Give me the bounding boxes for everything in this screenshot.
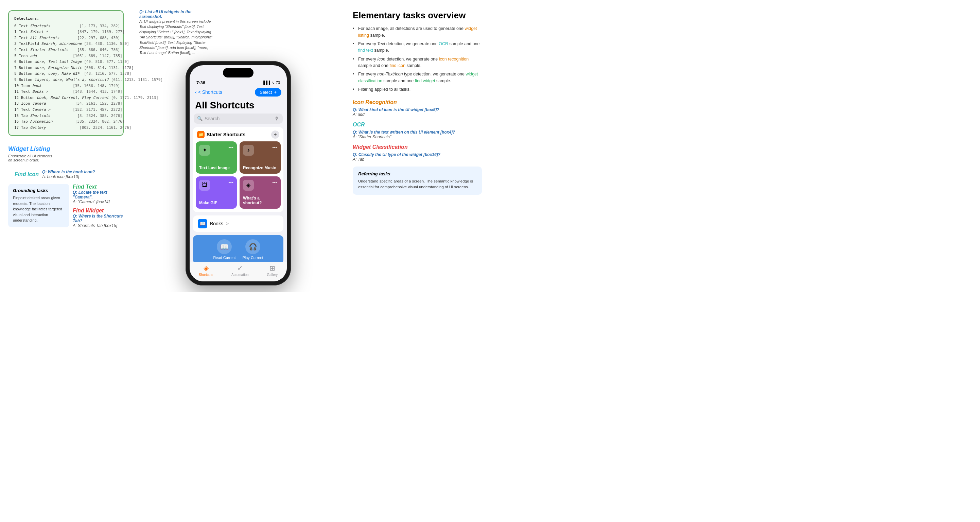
det-row-4: 4 Text Starter Shortcuts [35, 686, 646, … xyxy=(14,47,118,53)
rp-icons-row: 📖 Read Current 🎧 Play Current xyxy=(197,239,279,259)
find-text-question: Q: Locate the text "Camera". xyxy=(73,190,124,199)
bullet-1: For each image, all detections are used … xyxy=(353,25,482,39)
read-play-card[interactable]: 📖 Read Current 🎧 Play Current xyxy=(193,235,283,262)
det-row-3: 3 TextField Search, microphone [28, 430,… xyxy=(14,41,118,47)
back-label: < Shortcuts xyxy=(198,89,222,95)
back-chevron-icon: ‹ xyxy=(195,89,197,95)
left-column: Detections: 0 Text Shortcuts [1, 173, 33… xyxy=(8,7,124,228)
tab-gallery-label: Gallery xyxy=(267,273,278,277)
grounding-row: Grounding tasks Pinpoint desired areas g… xyxy=(8,184,124,228)
wl-question: Q: List all UI widgets in the screenshot… xyxy=(139,10,214,19)
det-row-9: 9 Button layers, more, What's a, shortcu… xyxy=(14,77,118,83)
det-row-5: 5 Icon add [1051, 689, 1147, 785] xyxy=(14,53,118,59)
tab-shortcuts[interactable]: ◈ Shortcuts xyxy=(199,264,213,277)
sc-dots-1: ••• xyxy=(272,145,277,150)
find-icon-question: Q: Where is the book icon? xyxy=(42,170,124,174)
ocr-qa: Q: What is the text written on this UI e… xyxy=(353,130,482,139)
widget-listing-section: Widget Listing Enumerate all UI elements… xyxy=(8,145,124,162)
referring-title: Referring tasks xyxy=(358,171,476,177)
grounding-box: Grounding tasks Pinpoint desired areas g… xyxy=(8,184,69,228)
det-row-13: 13 Icon camera [34, 2161, 152, 2278] xyxy=(14,100,118,107)
sc-label-1: Recognize Music xyxy=(243,166,277,170)
ocr-answer: A: "Starter Shortcuts" xyxy=(353,135,482,139)
shortcut-card-whats-shortcut[interactable]: ◈ ••• What's a shortcut? xyxy=(240,177,281,208)
bullet-5: Filtering applied to all tasks. xyxy=(353,86,482,93)
icon-recognition-qa: Q: What kind of icon is the UI widget [b… xyxy=(353,107,482,117)
status-bar: 7:36 ▐▐▐ ∿ 73 xyxy=(189,78,287,87)
find-icon-label: Find Icon xyxy=(14,171,39,177)
icon-recognition-answer: A: add xyxy=(353,112,482,117)
add-icon: + xyxy=(274,132,277,138)
shortcut-card-text-last-image[interactable]: ✦ ••• Text Last Image xyxy=(196,142,237,173)
det-row-17: 17 Tab Gallery [802, 2324, 1161, 2476] xyxy=(14,125,118,131)
shortcut-card-recognize-music[interactable]: ♪ ••• Recognize Music xyxy=(240,142,281,173)
detections-title: Detections: xyxy=(14,16,118,22)
det-row-10: 10 Icon book [35, 1636, 148, 1749] xyxy=(14,83,118,89)
det-row-8: 8 Button more, copy, Make GIF [48, 1216,… xyxy=(14,71,118,77)
play-icon: 🎧 xyxy=(245,239,260,254)
section-add-button[interactable]: + xyxy=(271,130,279,138)
find-icon-row: Find Icon Q: Where is the book icon? A: … xyxy=(8,170,124,179)
book-icon: 📖 xyxy=(198,219,207,228)
find-widget-answer: A: Shortcuts Tab [box15] xyxy=(73,223,124,228)
find-widget-label: Find Widget xyxy=(73,208,124,214)
tab-gallery[interactable]: ⊞ Gallery xyxy=(267,264,278,277)
find-text-answer: A: "Camera" [box14] xyxy=(73,199,124,204)
det-row-14: 14 Text Camera > [152, 2171, 457, 2272] xyxy=(14,107,118,113)
sc-top-0: ✦ ••• xyxy=(199,145,234,156)
ocr-title: OCR xyxy=(353,122,482,128)
read-icon: 📖 xyxy=(217,239,232,254)
bullet-2: For every Text detection, we generate on… xyxy=(353,41,482,54)
signal-icon: ▐▐▐ xyxy=(262,81,270,84)
play-current-label: Play Current xyxy=(242,256,263,259)
automation-tab-icon: ✓ xyxy=(237,264,243,272)
grounding-title: Grounding tasks xyxy=(13,188,65,193)
wl-qa-block: Q: List all UI widgets in the screenshot… xyxy=(136,7,340,59)
bullet-4: For every non-Text/Icon type detection, … xyxy=(353,71,482,84)
det-row-12: 12 Button book, Read Current, Play Curre… xyxy=(14,95,118,101)
widget-classification-question: Q: Classify the UI type of the widget [b… xyxy=(353,152,482,157)
microphone-icon: 🎙 xyxy=(275,116,279,121)
section-header: 📁 Starter Shortcuts + xyxy=(193,127,283,142)
link-find-icon: find icon xyxy=(390,63,406,68)
battery-icon: 73 xyxy=(276,81,280,84)
tab-shortcuts-label: Shortcuts xyxy=(199,273,213,277)
sc-label-2: Make GIF xyxy=(199,201,234,205)
nav-back-button[interactable]: ‹ < Shortcuts xyxy=(195,89,222,95)
read-current-label: Read Current xyxy=(213,256,235,259)
det-row-16: 16 Tab Automation [385, 2324, 802, 2476] xyxy=(14,119,118,125)
icon-recognition-title: Icon Recognition xyxy=(353,99,482,105)
wl-answer: A: UI widgets present in this screen inc… xyxy=(139,19,214,56)
sc-dots-0: ••• xyxy=(228,145,234,150)
icon-recognition-question: Q: What kind of icon is the UI widget [b… xyxy=(353,107,482,112)
sc-icon-2: 🖼 xyxy=(199,180,210,191)
center-column: Q: List all UI widgets in the screenshot… xyxy=(129,7,347,285)
sc-top-2: 🖼 ••• xyxy=(199,180,234,191)
right-panel-title: Elementary tasks overview xyxy=(353,10,482,21)
det-row-1: 1 Text Select + [847, 179, 1139, 277] xyxy=(14,29,118,35)
find-widget-question: Q: Where is the Shortcuts Tab? xyxy=(73,214,124,223)
section-title-group: 📁 Starter Shortcuts xyxy=(197,131,245,138)
page-title: All Shortcuts xyxy=(195,100,282,111)
shortcut-card-make-gif[interactable]: 🖼 ••• Make GIF xyxy=(196,177,237,208)
det-row-0: 0 Text Shortcuts [1, 173, 334, 282] xyxy=(14,23,118,29)
tab-automation[interactable]: ✓ Automation xyxy=(231,264,249,277)
detections-panel: Detections: 0 Text Shortcuts [1, 173, 33… xyxy=(8,10,124,136)
select-button[interactable]: Select + xyxy=(255,88,282,97)
books-row[interactable]: 📖 Books > xyxy=(193,215,283,232)
starter-shortcuts-section: 📁 Starter Shortcuts + ✦ xyxy=(193,127,283,212)
search-bar[interactable]: 🔍 Search 🎙 xyxy=(194,113,283,124)
select-plus-icon: + xyxy=(274,90,277,95)
phone-screen: 7:36 ▐▐▐ ∿ 73 ‹ < Shortcuts Select xyxy=(189,65,287,282)
link-icon-recognition: icon recognition xyxy=(439,57,469,62)
find-text-label: Find Text xyxy=(73,184,124,190)
tab-automation-label: Automation xyxy=(231,273,249,277)
sc-dots-3: ••• xyxy=(272,180,277,185)
det-row-15: 15 Tab Shortcuts [3, 2324, 385, 2476] xyxy=(14,113,118,119)
shortcut-grid: ✦ ••• Text Last Image ♪ ••• Recog xyxy=(193,142,283,212)
det-row-7: 7 Button more, Recognize Music [608, 814… xyxy=(14,65,118,71)
det-row-2: 2 Text All Shortcuts [22, 297, 688, 430] xyxy=(14,35,118,41)
shortcuts-tab-icon: ◈ xyxy=(204,264,208,272)
books-left: 📖 Books > xyxy=(198,219,229,228)
ocr-question: Q: What is the text written on this UI e… xyxy=(353,130,482,135)
